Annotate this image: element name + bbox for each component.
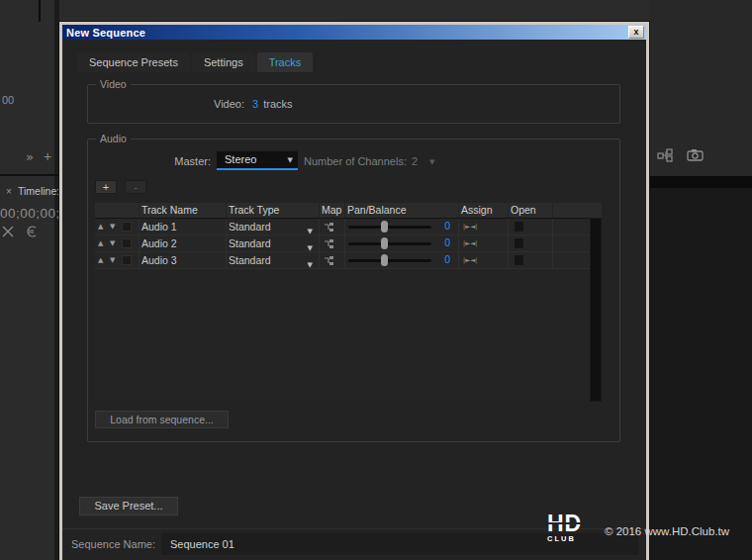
- move-down-icon[interactable]: ▼: [110, 256, 115, 264]
- move-down-icon[interactable]: ▼: [110, 239, 115, 247]
- header-map: Map: [320, 203, 345, 218]
- open-checkbox[interactable]: [514, 237, 524, 249]
- overflow-chevron-icon[interactable]: »: [26, 149, 34, 164]
- chevron-down-icon: ▼: [429, 158, 434, 166]
- export-frame-camera-icon[interactable]: [687, 148, 705, 164]
- header-open: Open: [509, 203, 553, 218]
- premiere-app-screen: 00 » + × Timeline: ( 00;00;00;: [0, 0, 752, 560]
- save-preset-button[interactable]: Save Preset...: [79, 497, 178, 515]
- snap-tool-icon[interactable]: [26, 226, 38, 240]
- audio-tracks-table: Track Name Track Type Map Pan/Balance As…: [95, 203, 602, 402]
- track-type-dropdown[interactable]: Standard ▼: [227, 252, 320, 268]
- table-header-row: Track Name Track Type Map Pan/Balance As…: [95, 203, 602, 219]
- load-from-sequence-button[interactable]: Load from sequence...: [95, 411, 229, 428]
- timeline-tool-icon[interactable]: [2, 226, 16, 239]
- pan-slider-handle[interactable]: [381, 221, 388, 233]
- panel-divider-band: [649, 176, 752, 188]
- timeline-timecode[interactable]: 00;00;00;: [0, 206, 59, 221]
- add-icon[interactable]: +: [44, 148, 51, 164]
- move-up-icon[interactable]: ▲: [98, 239, 103, 247]
- row-checkbox[interactable]: [122, 222, 132, 232]
- assign-icon[interactable]: |►◄|: [463, 256, 477, 264]
- hdclub-logo-sub: CLUB: [547, 534, 599, 543]
- row-checkbox[interactable]: [122, 238, 132, 248]
- add-track-button[interactable]: +: [95, 180, 117, 194]
- table-row: ▲ ▼ Audio 3 Standard ▼ 0: [95, 252, 602, 269]
- move-up-icon[interactable]: ▲: [98, 256, 103, 264]
- assign-icon[interactable]: |►◄|: [463, 223, 477, 231]
- panel-divider: [39, 0, 41, 22]
- channels-label: Number of Channels:: [304, 155, 407, 167]
- assign-icon[interactable]: |►◄|: [463, 239, 477, 247]
- program-monitor-area: [649, 188, 752, 560]
- master-label: Master:: [108, 155, 211, 167]
- timecode-fragment: 00: [2, 94, 14, 106]
- header-assign: Assign: [459, 203, 509, 218]
- video-tracks-label: Video:: [214, 98, 244, 110]
- map-icon[interactable]: [324, 222, 334, 234]
- pan-slider-handle[interactable]: [381, 237, 388, 249]
- video-tracks-suffix: tracks: [263, 98, 292, 110]
- open-checkbox[interactable]: [514, 254, 524, 266]
- dialog-tabs: Sequence Presets Settings Tracks: [77, 52, 315, 72]
- chevron-down-icon: ▼: [288, 156, 293, 164]
- chevron-down-icon: ▼: [308, 257, 313, 273]
- tab-tracks[interactable]: Tracks: [257, 52, 314, 72]
- move-up-icon[interactable]: ▲: [98, 223, 103, 231]
- header-controls: [95, 203, 140, 218]
- background-left-panel: 00 » + × Timeline: ( 00;00;00;: [0, 0, 59, 560]
- video-tracks-value[interactable]: 3: [252, 98, 258, 110]
- channels-dropdown-value[interactable]: 2: [412, 155, 418, 167]
- map-icon[interactable]: [324, 238, 334, 251]
- master-dropdown[interactable]: Stereo ▼: [217, 151, 298, 170]
- button-editor-icon[interactable]: [657, 148, 675, 164]
- header-track-type: Track Type: [227, 203, 320, 218]
- audio-group-legend: Audio: [96, 133, 131, 144]
- audio-group: Audio Master: Stereo ▼ Number of Channel…: [87, 139, 620, 442]
- track-type-dropdown[interactable]: Standard ▼: [227, 235, 320, 251]
- hdclub-logo: HD CLUB: [547, 513, 599, 543]
- video-group-legend: Video: [96, 78, 131, 90]
- move-down-icon[interactable]: ▼: [110, 223, 115, 231]
- tab-settings[interactable]: Settings: [192, 52, 255, 72]
- logo-slit: [547, 522, 593, 524]
- timeline-panel-title: Timeline: (: [18, 185, 59, 197]
- table-row: ▲ ▼ Audio 1 Standard ▼ 0: [95, 219, 602, 235]
- dialog-titlebar[interactable]: New Sequence x: [62, 25, 646, 40]
- remove-track-button[interactable]: -: [125, 180, 146, 194]
- pan-value[interactable]: 0: [444, 220, 450, 232]
- table-scrollbar[interactable]: [590, 218, 602, 402]
- close-button[interactable]: x: [628, 26, 644, 39]
- pan-slider-handle[interactable]: [381, 254, 388, 266]
- track-type-dropdown[interactable]: Standard ▼: [227, 219, 320, 234]
- pan-value[interactable]: 0: [444, 236, 450, 248]
- panel-horizontal-divider: [0, 174, 59, 176]
- pan-slider-track[interactable]: [348, 226, 431, 229]
- timeline-close-icon[interactable]: ×: [6, 186, 12, 197]
- table-row: ▲ ▼ Audio 2 Standard ▼ 0: [95, 235, 602, 252]
- tab-sequence-presets[interactable]: Sequence Presets: [77, 52, 190, 72]
- open-checkbox[interactable]: [514, 221, 524, 233]
- watermark: HD CLUB © 2016 www.HD.Club.tw: [547, 513, 729, 543]
- track-name-cell[interactable]: Audio 3: [140, 252, 227, 268]
- background-right-panel: [649, 0, 752, 560]
- header-pan-balance: Pan/Balance: [345, 203, 459, 218]
- header-track-name: Track Name: [140, 203, 227, 218]
- watermark-copyright: © 2016 www.HD.Club.tw: [605, 525, 729, 537]
- master-dropdown-value: Stereo: [225, 153, 256, 165]
- pan-value[interactable]: 0: [444, 253, 450, 265]
- track-name-cell[interactable]: Audio 2: [140, 235, 227, 251]
- scrollbar-thumb[interactable]: [591, 219, 601, 401]
- dialog-title: New Sequence: [62, 27, 145, 39]
- map-icon[interactable]: [324, 255, 334, 268]
- sequence-name-label: Sequence Name:: [71, 538, 155, 550]
- new-sequence-dialog: New Sequence x Sequence Presets Settings…: [59, 22, 649, 560]
- video-group: Video Video: 3 tracks: [87, 84, 620, 124]
- pan-slider-track[interactable]: [348, 259, 431, 262]
- pan-slider-track[interactable]: [348, 242, 431, 245]
- track-name-cell[interactable]: Audio 1: [140, 219, 227, 234]
- row-checkbox[interactable]: [122, 255, 132, 265]
